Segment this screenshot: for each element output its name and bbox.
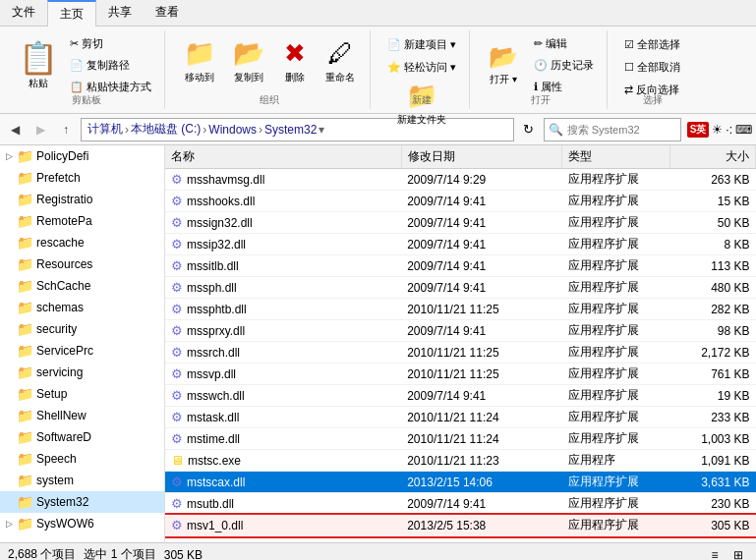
large-icons-view-button[interactable]: ⊞: [728, 545, 748, 561]
file-icon: ⚙: [171, 323, 183, 338]
table-row[interactable]: ⚙ msswch.dll 2009/7/14 9:41 应用程序扩展 19 KB: [165, 385, 756, 407]
col-size[interactable]: 大小: [669, 145, 755, 169]
forward-button[interactable]: ▶: [29, 119, 51, 140]
tab-home[interactable]: 主页: [47, 0, 96, 27]
sidebar-item-9[interactable]: 📁 ServicePrc: [0, 340, 164, 362]
sidebar-item-16[interactable]: 📁 System32: [0, 491, 164, 513]
sidebar-item-3[interactable]: 📁 RemotePa: [0, 210, 164, 232]
folder-icon-13: 📁: [17, 429, 33, 445]
edit-button[interactable]: ✏ 编辑: [529, 33, 599, 54]
sidebar-item-17[interactable]: ▷ 📁 SysWOW6: [0, 513, 164, 534]
sidebar-item-4[interactable]: 📁 rescache: [0, 232, 164, 253]
sidebar-item-10[interactable]: 📁 servicing: [0, 362, 164, 383]
file-type: 应用程序扩展: [562, 212, 669, 234]
back-button[interactable]: ◀: [4, 119, 26, 140]
copy-path-icon: 📄: [70, 59, 84, 72]
shurufa-icon: S英: [687, 122, 710, 138]
paste-icon: 📋: [19, 39, 58, 77]
col-date[interactable]: 修改日期: [401, 145, 562, 169]
sidebar-label-15: system: [36, 474, 74, 487]
sidebar-item-0[interactable]: ▷ 📁 PolicyDefi: [0, 145, 164, 167]
history-icon: 🕐: [534, 59, 548, 72]
sidebar-label-17: SysWOW6: [36, 517, 94, 531]
col-name[interactable]: 名称: [165, 145, 401, 169]
sidebar-label-7: schemas: [36, 301, 84, 314]
sidebar-item-6[interactable]: 📁 SchCache: [0, 275, 164, 297]
sidebar-item-11[interactable]: 📁 Setup: [0, 383, 164, 405]
copy-to-button[interactable]: 📂 复制到: [226, 27, 271, 95]
cut-button[interactable]: ✂ 剪切: [65, 33, 156, 54]
table-row[interactable]: ⚙ mssprxy.dll 2009/7/14 9:41 应用程序扩展 98 K…: [165, 320, 756, 342]
table-row[interactable]: ⚙ mssphtb.dll 2010/11/21 11:25 应用程序扩展 28…: [165, 299, 756, 320]
file-size: 1,091 KB: [669, 450, 755, 472]
sidebar-item-1[interactable]: 📁 Prefetch: [0, 167, 164, 189]
copy-path-button[interactable]: 📄 复制路径: [65, 55, 156, 76]
move-to-button[interactable]: 📁 移动到: [177, 27, 222, 95]
details-view-button[interactable]: ≡: [705, 545, 725, 561]
path-windows[interactable]: Windows: [208, 123, 257, 137]
file-type: 应用程序扩展: [562, 320, 669, 342]
table-row[interactable]: ⚙ msutb.dll 2009/7/14 9:41 应用程序扩展 230 KB: [165, 493, 756, 515]
select-all-button[interactable]: ☑ 全部选择: [619, 34, 685, 55]
sidebar-label-14: Speech: [36, 452, 77, 466]
sidebar-item-15[interactable]: 📁 system: [0, 470, 164, 491]
history-button[interactable]: 🕐 历史记录: [529, 55, 599, 76]
paste-button[interactable]: 📋 粘贴: [16, 30, 61, 99]
file-date: 2009/7/14 9:41: [401, 255, 562, 277]
invert-icon: ⇄: [624, 84, 633, 96]
sidebar-item-13[interactable]: 📁 SoftwareD: [0, 426, 164, 448]
path-computer[interactable]: 计算机: [87, 121, 123, 138]
tab-file[interactable]: 文件: [0, 0, 47, 26]
delete-button[interactable]: ✖ 删除: [275, 27, 315, 95]
sidebar-item-14[interactable]: 📁 Speech: [0, 448, 164, 470]
table-row[interactable]: ⚙ mssitlb.dll 2009/7/14 9:41 应用程序扩展 113 …: [165, 255, 756, 277]
ribbon: 文件 主页 共享 查看 📋 粘贴 ✂ 剪切 📄 复制路径: [0, 0, 756, 114]
tab-share[interactable]: 共享: [96, 0, 144, 26]
sidebar-item-7[interactable]: 📁 schemas: [0, 297, 164, 318]
table-row[interactable]: ⚙ mssign32.dll 2009/7/14 9:41 应用程序扩展 50 …: [165, 212, 756, 234]
table-row[interactable]: ⚙ mstask.dll 2010/11/21 11:24 应用程序扩展 233…: [165, 407, 756, 428]
file-date: 2009/7/14 9:41: [401, 320, 562, 342]
open-small-buttons: ✏ 编辑 🕐 历史记录 ℹ 属性: [529, 30, 599, 99]
sidebar-item-5[interactable]: 📁 Resources: [0, 253, 164, 275]
col-type[interactable]: 类型: [562, 145, 669, 169]
table-row[interactable]: 🖥 mstsc.exe 2010/11/21 11:23 应用程序 1,091 …: [165, 450, 756, 472]
file-type: 应用程序扩展: [562, 342, 669, 364]
sidebar-item-2[interactable]: 📁 Registratio: [0, 189, 164, 210]
file-name: mssip32.dll: [187, 238, 246, 252]
tab-view[interactable]: 查看: [144, 0, 191, 26]
file-name: msv1_0.dll: [187, 519, 243, 532]
table-row[interactable]: ⚙ mssph.dll 2009/7/14 9:41 应用程序扩展 480 KB: [165, 277, 756, 299]
open-button[interactable]: 📂 打开 ▾: [482, 30, 525, 99]
table-row[interactable]: ⚙ msshooks.dll 2009/7/14 9:41 应用程序扩展 15 …: [165, 191, 756, 212]
sidebar-item-12[interactable]: 📁 ShellNew: [0, 405, 164, 426]
refresh-button[interactable]: ↻: [518, 119, 540, 140]
file-type: 应用程序扩展: [562, 407, 669, 428]
folder-icon-14: 📁: [17, 451, 33, 467]
path-drive[interactable]: 本地磁盘 (C:): [131, 121, 201, 138]
new-item-button[interactable]: 📄 新建项目 ▾: [382, 34, 461, 55]
rename-button[interactable]: 🖊 重命名: [319, 27, 362, 95]
table-row[interactable]: ⚙ mssvp.dll 2010/11/21 11:25 应用程序扩展 761 …: [165, 364, 756, 385]
table-row[interactable]: ⚙ msshavmsg.dll 2009/7/14 9:29 应用程序扩展 26…: [165, 169, 756, 191]
path-system32[interactable]: System32: [264, 123, 317, 137]
up-button[interactable]: ↑: [55, 119, 77, 140]
sidebar-label-8: security: [36, 322, 77, 336]
table-row[interactable]: ⚙ msv1_0.dll 2013/2/5 15:38 应用程序扩展 305 K…: [165, 515, 756, 536]
table-row[interactable]: ⚙ mssrch.dll 2010/11/21 11:25 应用程序扩展 2,1…: [165, 342, 756, 364]
file-icon: ⚙: [171, 280, 183, 295]
file-size: 233 KB: [669, 407, 755, 428]
select-none-button[interactable]: ☐ 全部取消: [619, 57, 685, 78]
search-box[interactable]: 🔍: [544, 118, 681, 141]
file-icon: ⚙: [171, 366, 183, 381]
folder-icon-12: 📁: [17, 408, 33, 423]
table-row[interactable]: ⚙ mstscax.dll 2013/2/15 14:06 应用程序扩展 3,6…: [165, 472, 756, 493]
file-name: mssphtb.dll: [187, 303, 247, 316]
scissors-icon: ✂: [70, 37, 79, 50]
table-row[interactable]: ⚙ mssip32.dll 2009/7/14 9:41 应用程序扩展 8 KB: [165, 234, 756, 255]
sidebar-item-8[interactable]: 📁 security: [0, 318, 164, 340]
search-input[interactable]: [567, 124, 676, 136]
easy-access-button[interactable]: ⭐ 轻松访问 ▾: [382, 57, 461, 78]
open-label: 打开: [531, 93, 551, 107]
table-row[interactable]: ⚙ mstime.dll 2010/11/21 11:24 应用程序扩展 1,0…: [165, 428, 756, 450]
